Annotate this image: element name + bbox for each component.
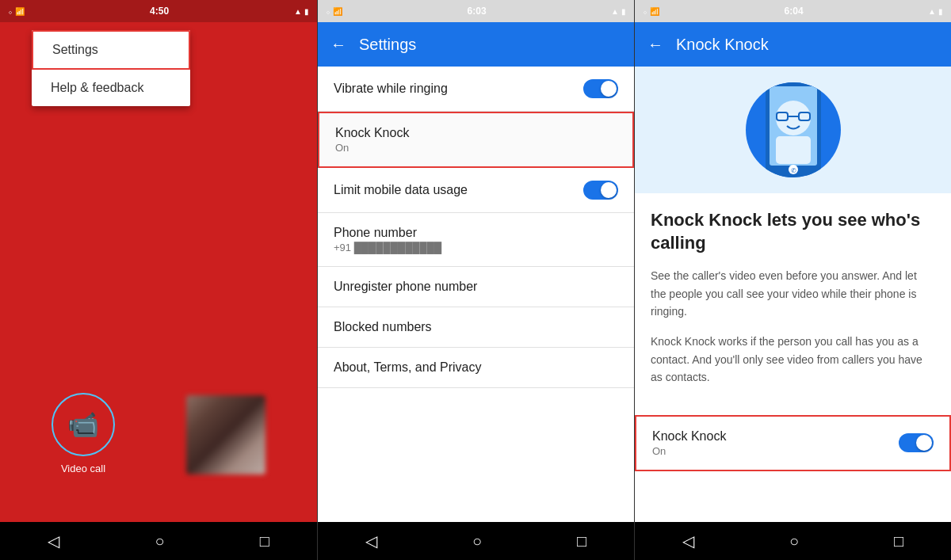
unregister-text: Unregister phone number [334, 280, 618, 294]
video-call-area: 📹 Video call [0, 385, 317, 482]
knockknock-title: Knock Knock [335, 126, 617, 140]
back-nav2[interactable]: ◁ [365, 531, 377, 550]
video-call-button[interactable]: 📹 Video call [52, 393, 115, 474]
back-arrow-knockknock[interactable]: ← [647, 36, 663, 54]
status-icons3-left: ⬦ 📶 [643, 7, 659, 16]
knockknock-page-title: Knock Knock [676, 36, 769, 54]
vibrate-title: Vibrate while ringing [334, 82, 583, 96]
nav-bar-panel1: ◁ ○ □ [0, 522, 317, 560]
settings-item-knockknock[interactable]: Knock Knock On [318, 112, 634, 168]
wifi-icon2: 📶 [333, 7, 342, 16]
menu-item-help[interactable]: Help & feedback [32, 70, 190, 106]
nav-bar-panel3: ◁ ○ □ [635, 522, 951, 560]
phone-subtitle: +91 ████████████ [334, 242, 618, 253]
settings-list: Vibrate while ringing Knock Knock On Lim… [318, 67, 634, 522]
video-circle: 📹 [52, 393, 115, 456]
recent-nav-icon[interactable]: □ [260, 532, 269, 550]
kk-avatar: ✆ [746, 82, 841, 177]
back-arrow-settings[interactable]: ← [330, 36, 346, 54]
settings-item-vibrate[interactable]: Vibrate while ringing [318, 67, 634, 112]
settings-item-data[interactable]: Limit mobile data usage [318, 168, 634, 213]
battery-icon2: ▮ [621, 7, 626, 16]
home-nav2[interactable]: ○ [472, 532, 482, 550]
data-toggle[interactable] [583, 181, 618, 200]
kk-text-content: Knock Knock lets you see who's calling S… [635, 193, 951, 415]
knockknock-subtitle: On [335, 142, 617, 154]
knockknock-toggle[interactable] [899, 433, 934, 452]
unregister-title: Unregister phone number [334, 280, 618, 294]
panel-settings: ⬦ 📶 6:03 ▲ ▮ ← Settings Vibrate while ri… [317, 0, 634, 560]
settings-item-about[interactable]: About, Terms, and Privacy [318, 348, 634, 388]
dropdown-menu: Settings Help & feedback [32, 30, 190, 106]
wifi-icon: 📶 [15, 7, 25, 16]
panel-knock-knock: ⬦ 📶 6:04 ▲ ▮ ← Knock Knock [634, 0, 951, 560]
back-nav-icon[interactable]: ◁ [48, 531, 59, 550]
status-icons-right: ▲ ▮ [294, 7, 309, 16]
status-time-panel2: 6:03 [468, 6, 487, 17]
knockknock-text: Knock Knock On [335, 126, 617, 154]
kk-illustration: ✆ [635, 67, 951, 193]
app-bar-knockknock: ← Knock Knock [635, 22, 951, 67]
status-bar-panel1: ⬦ 📶 4:50 ▲ ▮ [0, 0, 317, 22]
home-nav-icon[interactable]: ○ [155, 532, 164, 550]
kk-bottom-toggle-item[interactable]: Knock Knock On [635, 415, 951, 471]
data-title: Limit mobile data usage [334, 183, 583, 197]
svg-rect-6 [776, 136, 811, 164]
status-icons3-right: ▲ ▮ [928, 7, 943, 16]
kk-main-title: Knock Knock lets you see who's calling [651, 209, 935, 254]
recent-nav3[interactable]: □ [894, 532, 903, 550]
svg-text:✆: ✆ [791, 167, 796, 174]
status-bar-panel2: ⬦ 📶 6:03 ▲ ▮ [318, 0, 634, 22]
svg-point-2 [776, 101, 811, 135]
kk-bottom-title: Knock Knock [652, 429, 726, 444]
vibrate-toggle[interactable] [583, 79, 618, 98]
kk-bottom-text: Knock Knock On [652, 429, 726, 457]
settings-title: Settings [359, 36, 416, 54]
kk-bottom-subtitle: On [652, 445, 726, 457]
status-time-panel3: 6:04 [785, 6, 804, 17]
contact-thumbnail [186, 395, 265, 474]
kk-desc1: See the caller's video even before you a… [651, 267, 935, 320]
signal-icon2: ▲ [611, 7, 619, 16]
settings-item-blocked[interactable]: Blocked numbers [318, 307, 634, 348]
blocked-text: Blocked numbers [334, 320, 618, 334]
bluetooth-icon3: ⬦ [643, 7, 647, 16]
phone-title: Phone number [334, 226, 618, 240]
settings-item-phone[interactable]: Phone number +91 ████████████ [318, 213, 634, 267]
battery-icon3: ▮ [938, 7, 943, 16]
signal-icon: ▲ [294, 7, 302, 16]
video-call-label: Video call [61, 463, 105, 474]
status-icons-left: ⬦ 📶 [8, 7, 25, 16]
about-text: About, Terms, and Privacy [334, 360, 618, 375]
about-title: About, Terms, and Privacy [334, 360, 618, 375]
wifi-icon3: 📶 [650, 7, 659, 16]
back-nav3[interactable]: ◁ [682, 531, 694, 550]
status-time-panel1: 4:50 [150, 6, 169, 17]
data-text: Limit mobile data usage [334, 183, 583, 197]
status-bar-panel3: ⬦ 📶 6:04 ▲ ▮ [635, 0, 951, 22]
phone-text: Phone number +91 ████████████ [334, 226, 618, 253]
knockknock-content: ✆ Knock Knock lets you see who's calling… [635, 67, 951, 522]
blocked-title: Blocked numbers [334, 320, 618, 334]
status-icons2-left: ⬦ 📶 [326, 7, 342, 16]
signal-icon3: ▲ [928, 7, 936, 16]
menu-item-settings[interactable]: Settings [32, 30, 190, 70]
home-nav3[interactable]: ○ [789, 532, 799, 550]
bluetooth-icon: ⬦ [8, 7, 13, 16]
battery-icon: ▮ [304, 7, 309, 16]
panel1-content: Settings Help & feedback 📹 Video call [0, 22, 317, 522]
app-bar-settings: ← Settings [318, 22, 634, 67]
panel-dialer: ⬦ 📶 4:50 ▲ ▮ Settings Help & feedback 📹 … [0, 0, 317, 560]
camera-icon: 📹 [67, 410, 99, 440]
nav-bar-panel2: ◁ ○ □ [318, 522, 634, 560]
kk-desc2: Knock Knock works if the person you call… [651, 333, 935, 386]
bluetooth-icon2: ⬦ [326, 7, 330, 16]
phone-svg: ✆ [754, 82, 833, 177]
vibrate-text: Vibrate while ringing [334, 82, 583, 96]
settings-item-unregister[interactable]: Unregister phone number [318, 267, 634, 307]
status-icons2-right: ▲ ▮ [611, 7, 626, 16]
recent-nav2[interactable]: □ [577, 532, 586, 550]
